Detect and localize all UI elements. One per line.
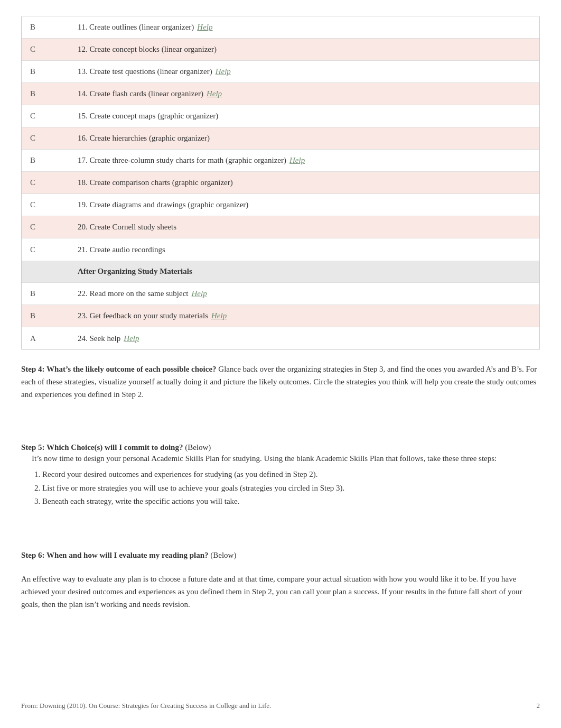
table-row: C16. Create hierarchies (graphic organiz… <box>22 127 539 150</box>
step6-body: An effective way to evaluate any plan is… <box>21 573 540 611</box>
help-link[interactable]: Help <box>197 23 212 31</box>
footer-left: From: Downing (2010). On Course: Strateg… <box>21 702 271 710</box>
help-link[interactable]: Help <box>289 156 305 164</box>
section-header-label: After Organizing Study Materials <box>22 262 201 281</box>
help-link[interactable]: Help <box>216 67 231 76</box>
step5-list: Record your desired outcomes and experie… <box>42 468 540 509</box>
grade-cell: A <box>22 330 69 347</box>
content-cell: 17. Create three-column study charts for… <box>69 152 539 169</box>
content-cell: 16. Create hierarchies (graphic organize… <box>69 130 539 147</box>
grade-cell: B <box>22 63 69 80</box>
content-cell: 22. Read more on the same subjectHelp <box>69 285 539 302</box>
table-row: B11. Create outlines (linear organizer)H… <box>22 16 539 39</box>
content-cell: 23. Get feedback on your study materials… <box>69 307 539 325</box>
grade-cell: B <box>22 85 69 103</box>
grade-cell: B <box>22 285 69 302</box>
step6-title: Step 6: When and how will I evaluate my … <box>21 551 209 559</box>
content-cell: 13. Create test questions (linear organi… <box>69 63 539 80</box>
table-row: A24. Seek helpHelp <box>22 327 539 349</box>
list-item: Record your desired outcomes and experie… <box>42 468 540 482</box>
grade-cell: C <box>22 41 69 58</box>
footer: From: Downing (2010). On Course: Strateg… <box>21 702 540 710</box>
table-row: B14. Create flash cards (linear organize… <box>22 83 539 105</box>
table-row: B23. Get feedback on your study material… <box>22 305 539 327</box>
grade-cell: C <box>22 107 69 125</box>
table-row: C19. Create diagrams and drawings (graph… <box>22 194 539 216</box>
step5-intro: It’s now time to design your personal Ac… <box>32 452 540 465</box>
content-cell: 20. Create Cornell study sheets <box>69 218 539 236</box>
grade-cell: C <box>22 196 69 214</box>
content-cell: 15. Create concept maps (graphic organiz… <box>69 107 539 125</box>
content-cell: 12. Create concept blocks (linear organi… <box>69 41 539 58</box>
grade-cell: B <box>22 307 69 325</box>
grade-cell: B <box>22 19 69 36</box>
content-cell: 21. Create audio recordings <box>69 241 539 259</box>
section-header-row: After Organizing Study Materials <box>22 261 539 283</box>
content-cell: 14. Create flash cards (linear organizer… <box>69 85 539 103</box>
table-row: C18. Create comparison charts (graphic o… <box>22 172 539 194</box>
table-row: C21. Create audio recordings <box>22 238 539 261</box>
table-row: C15. Create concept maps (graphic organi… <box>22 105 539 127</box>
strategies-table: B11. Create outlines (linear organizer)H… <box>21 16 540 350</box>
table-row: B13. Create test questions (linear organ… <box>22 61 539 83</box>
table-row: C12. Create concept blocks (linear organ… <box>22 39 539 61</box>
step4-title: Step 4: What’s the likely outcome of eac… <box>21 365 217 373</box>
table-row: B22. Read more on the same subjectHelp <box>22 283 539 305</box>
step6-suffix-text: (Below) <box>210 551 236 559</box>
step6-header: Step 6: When and how will I evaluate my … <box>21 551 540 560</box>
content-cell: 19. Create diagrams and drawings (graphi… <box>69 196 539 214</box>
grade-cell: C <box>22 130 69 147</box>
step4-paragraph: Step 4: What’s the likely outcome of eac… <box>21 363 540 401</box>
step5-suffix-text: (Below) <box>185 443 211 451</box>
grade-cell: C <box>22 174 69 191</box>
content-cell: 11. Create outlines (linear organizer)He… <box>69 19 539 36</box>
help-link[interactable]: Help <box>192 289 207 298</box>
list-item: List five or more strategies you will us… <box>42 482 540 495</box>
grade-cell: C <box>22 241 69 259</box>
table-row: B17. Create three-column study charts fo… <box>22 150 539 172</box>
content-cell: 18. Create comparison charts (graphic or… <box>69 174 539 191</box>
help-link[interactable]: Help <box>124 334 139 343</box>
content-cell: 24. Seek helpHelp <box>69 330 539 347</box>
step6-block: Step 6: When and how will I evaluate my … <box>21 551 540 611</box>
footer-right: 2 <box>537 702 540 710</box>
help-link[interactable]: Help <box>207 89 222 98</box>
step5-title: Step 5: Which Choice(s) will I commit to… <box>21 443 183 451</box>
step5-block: Step 5: Which Choice(s) will I commit to… <box>21 443 540 509</box>
list-item: Beneath each strategy, write the specifi… <box>42 495 540 509</box>
step4-block: Step 4: What’s the likely outcome of eac… <box>21 363 540 401</box>
help-link[interactable]: Help <box>211 311 227 320</box>
step5-header: Step 5: Which Choice(s) will I commit to… <box>21 443 540 452</box>
table-row: C20. Create Cornell study sheets <box>22 216 539 238</box>
grade-cell: C <box>22 218 69 236</box>
grade-cell: B <box>22 152 69 169</box>
